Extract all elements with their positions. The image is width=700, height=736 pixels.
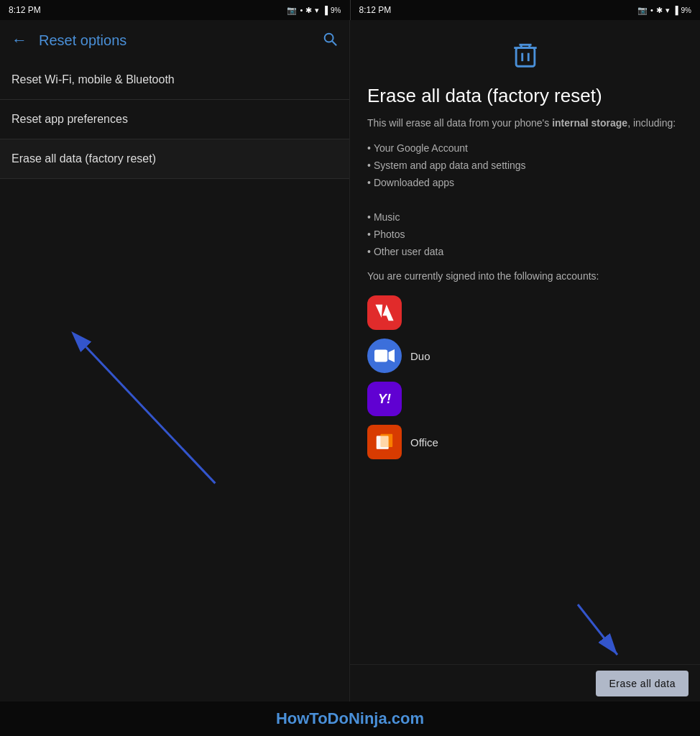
bullet-google-account: Your Google Account xyxy=(367,142,683,154)
svg-marker-12 xyxy=(389,349,395,362)
wifi-icon-right: ▾ xyxy=(666,6,670,15)
svg-rect-15 xyxy=(377,436,389,449)
time-right: 8:12 PM xyxy=(359,5,392,15)
duo-label: Duo xyxy=(410,350,430,362)
signal-icon-right: ▐ xyxy=(673,6,678,14)
menu-item-factory-reset[interactable]: Erase all data (factory reset) xyxy=(0,139,349,179)
app-bar: ← Reset options xyxy=(0,20,349,60)
svg-rect-11 xyxy=(374,350,387,362)
bullet-other-user-data: Other user data xyxy=(367,246,683,257)
trash-icon-wrap xyxy=(367,34,683,73)
adobe-icon xyxy=(367,295,402,330)
description-text: This will erase all data from your phone… xyxy=(367,116,683,131)
desc-before-bold: This will erase all data from your phone… xyxy=(367,117,552,129)
desc-bold: internal storage xyxy=(552,117,627,129)
svg-line-3 xyxy=(86,347,216,484)
app-row-office: Office xyxy=(367,425,683,459)
battery-left: 9% xyxy=(331,6,341,14)
menu-item-app-prefs[interactable]: Reset app preferences xyxy=(0,100,349,139)
wifi-icon-left: ▾ xyxy=(315,6,319,15)
camera-icon-left: 📷 xyxy=(287,6,297,15)
signal-icon-left: ▐ xyxy=(322,6,328,14)
search-button[interactable] xyxy=(322,31,338,50)
status-bar: 8:12 PM 📷 • ✱ ▾ ▐ 9% 8:12 PM 📷 • ✱ ▾ ▐ 9… xyxy=(0,0,700,20)
status-bar-left: 8:12 PM 📷 • ✱ ▾ ▐ 9% xyxy=(0,0,350,20)
bottom-action-bar: Erase all data xyxy=(350,664,700,702)
battery-right: 9% xyxy=(681,6,691,14)
desc-after-bold: , including: xyxy=(627,117,676,129)
yahoo-icon: Y! xyxy=(367,382,402,416)
time-left: 8:12 PM xyxy=(9,5,41,15)
bullet-music: Music xyxy=(367,211,683,223)
left-panel: ← Reset options Reset Wi-Fi, mobile & Bl… xyxy=(0,20,350,702)
bullet-downloaded-apps: Downloaded apps xyxy=(367,177,683,188)
watermark-text: HowToDoNinja.com xyxy=(276,709,424,728)
spacer-1 xyxy=(367,194,683,206)
office-label: Office xyxy=(410,436,438,448)
status-icons-left: 📷 • ✱ ▾ ▐ 9% xyxy=(287,6,341,15)
app-row-yahoo: Y! xyxy=(367,382,683,416)
status-bar-right: 8:12 PM 📷 • ✱ ▾ ▐ 9% xyxy=(351,0,701,20)
office-icon xyxy=(367,425,402,459)
right-content: Erase all data (factory reset) This will… xyxy=(350,20,700,664)
accounts-text: You are currently signed into the follow… xyxy=(367,269,683,284)
bullet-system-data: System and app data and settings xyxy=(367,160,683,171)
erase-all-data-button[interactable]: Erase all data xyxy=(596,671,689,696)
back-button[interactable]: ← xyxy=(11,31,27,50)
status-icons-right: 📷 • ✱ ▾ ▐ 9% xyxy=(637,6,691,15)
trash-icon xyxy=(512,42,538,70)
duo-icon xyxy=(367,339,402,373)
main-content: ← Reset options Reset Wi-Fi, mobile & Bl… xyxy=(0,20,700,702)
menu-item-wifi[interactable]: Reset Wi-Fi, mobile & Bluetooth xyxy=(0,60,349,100)
factory-reset-title: Erase all data (factory reset) xyxy=(367,85,683,107)
app-row-duo: Duo xyxy=(367,339,683,373)
page-title: Reset options xyxy=(39,32,322,49)
watermark: HowToDoNinja.com xyxy=(0,702,700,736)
dot-left: • xyxy=(300,6,303,14)
bluetooth-icon-right: ✱ xyxy=(656,6,663,15)
camera-icon-right: 📷 xyxy=(637,6,648,15)
svg-line-1 xyxy=(332,41,336,45)
bluetooth-icon-left: ✱ xyxy=(305,6,312,15)
arrow-annotation-left xyxy=(0,179,349,702)
svg-rect-4 xyxy=(516,48,535,67)
dot-right: • xyxy=(650,6,653,14)
svg-point-0 xyxy=(325,33,333,42)
bullet-photos: Photos xyxy=(367,229,683,240)
app-row-adobe xyxy=(367,295,683,330)
right-panel: Erase all data (factory reset) This will… xyxy=(350,20,700,702)
